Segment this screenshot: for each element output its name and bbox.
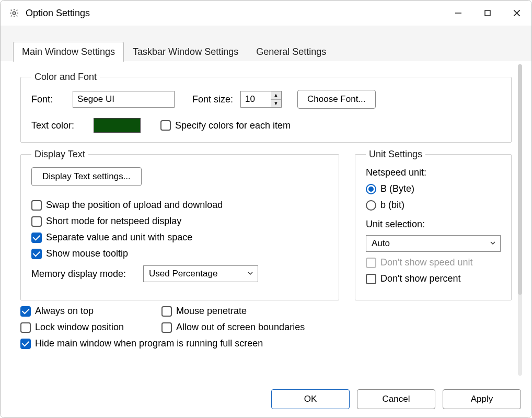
memory-display-mode-select[interactable]: Used Percentage — [143, 265, 258, 282]
display-text-settings-button[interactable]: Display Text settings... — [31, 167, 142, 186]
font-size-spinner[interactable]: ▲ ▼ — [240, 91, 282, 108]
maximize-button[interactable] — [473, 1, 502, 26]
netspeed-unit-label: Netspeed unit: — [366, 167, 426, 178]
allow-out-of-screen-label: Allow out of screen boundaries — [176, 322, 305, 333]
font-size-input[interactable] — [240, 91, 271, 108]
tab-general-settings[interactable]: General Settings — [247, 42, 335, 62]
checkbox-icon — [20, 339, 31, 349]
dont-show-speed-unit-label: Don't show speed unit — [380, 257, 473, 268]
netspeed-unit-byte-radio[interactable]: B (Byte) — [366, 183, 501, 194]
checkbox-icon — [161, 322, 172, 333]
unit-selection-value: Auto — [372, 238, 390, 249]
minimize-button[interactable] — [444, 1, 473, 26]
lock-window-position-label: Lock window position — [35, 322, 124, 333]
netspeed-unit-byte-label: B (Byte) — [380, 183, 414, 194]
memory-display-mode-value: Used Percentage — [149, 269, 217, 279]
tab-panel-main: Color and Font Font: Font size: ▲ ▼ Choo… — [10, 61, 522, 379]
netspeed-unit-bit-label: b (bit) — [380, 200, 404, 211]
chevron-down-icon — [490, 238, 496, 249]
font-size-up-icon[interactable]: ▲ — [271, 91, 281, 100]
apply-button[interactable]: Apply — [443, 389, 521, 409]
gear-icon — [9, 8, 19, 18]
short-mode-label: Short mode for netspeed display — [46, 216, 181, 227]
show-mouse-tooltip-label: Show mouse tooltip — [46, 248, 128, 259]
hide-on-fullscreen-checkbox[interactable]: Hide main window when program is running… — [20, 338, 512, 349]
unit-selection-select[interactable]: Auto — [366, 235, 501, 252]
checkbox-icon — [366, 258, 376, 268]
svg-rect-2 — [485, 10, 490, 16]
group-color-and-font-legend: Color and Font — [31, 72, 100, 83]
text-color-swatch[interactable] — [94, 118, 141, 133]
dont-show-speed-unit-checkbox: Don't show speed unit — [366, 257, 501, 268]
dialog-button-bar: OK Cancel Apply — [1, 384, 531, 417]
font-size-down-icon[interactable]: ▼ — [271, 100, 281, 108]
scrollbar-thumb[interactable] — [518, 64, 522, 295]
font-input[interactable] — [73, 91, 175, 108]
always-on-top-checkbox[interactable]: Always on top — [20, 306, 156, 317]
ok-button[interactable]: OK — [271, 389, 350, 409]
short-mode-checkbox[interactable]: Short mode for netspeed display — [31, 216, 328, 227]
group-color-and-font: Color and Font Font: Font size: ▲ ▼ Choo… — [20, 72, 512, 143]
window-controls — [444, 1, 531, 26]
always-on-top-label: Always on top — [35, 306, 94, 317]
checkbox-icon — [160, 120, 171, 131]
mouse-penetrate-label: Mouse penetrate — [176, 306, 247, 317]
close-button[interactable] — [502, 1, 531, 26]
checkbox-icon — [161, 306, 172, 317]
tab-main-window-settings[interactable]: Main Window Settings — [13, 42, 124, 62]
choose-font-button[interactable]: Choose Font... — [297, 90, 376, 109]
checkbox-icon — [31, 233, 42, 243]
group-display-text-legend: Display Text — [31, 149, 88, 160]
allow-out-of-screen-checkbox[interactable]: Allow out of screen boundaries — [161, 322, 512, 333]
titlebar: Option Settings — [1, 1, 531, 26]
separate-value-unit-checkbox[interactable]: Separate value and unit with space — [31, 232, 328, 243]
group-unit-settings-legend: Unit Settings — [366, 149, 425, 160]
misc-options: Always on top Mouse penetrate Lock windo… — [20, 300, 512, 349]
text-color-label: Text color: — [31, 120, 86, 131]
tab-taskbar-window-settings[interactable]: Taskbar Window Settings — [124, 42, 247, 62]
memory-display-mode-label: Memory display mode: — [31, 269, 136, 280]
swap-upload-download-checkbox[interactable]: Swap the position of upload and download — [31, 200, 328, 211]
group-display-text: Display Text Display Text settings... Sw… — [20, 149, 339, 300]
radio-icon — [366, 184, 376, 194]
option-settings-window: Option Settings Main Window Settings Tas… — [0, 0, 532, 418]
lock-window-position-checkbox[interactable]: Lock window position — [20, 322, 156, 333]
svg-point-0 — [13, 11, 15, 14]
swap-upload-download-label: Swap the position of upload and download — [46, 200, 223, 211]
checkbox-icon — [31, 200, 42, 211]
specify-colors-checkbox[interactable]: Specify colors for each item — [160, 120, 291, 131]
dont-show-percent-label: Don't show percent — [380, 273, 461, 284]
font-label: Font: — [31, 94, 65, 105]
checkbox-icon — [31, 216, 42, 227]
chevron-down-icon — [247, 269, 253, 279]
checkbox-icon — [20, 322, 31, 333]
netspeed-unit-bit-radio[interactable]: b (bit) — [366, 200, 501, 211]
show-mouse-tooltip-checkbox[interactable]: Show mouse tooltip — [31, 248, 328, 259]
specify-colors-label: Specify colors for each item — [175, 120, 291, 131]
mouse-penetrate-checkbox[interactable]: Mouse penetrate — [161, 306, 512, 317]
hide-on-fullscreen-label: Hide main window when program is running… — [35, 338, 263, 349]
font-size-label: Font size: — [192, 94, 233, 105]
scrollbar[interactable] — [518, 64, 522, 376]
dont-show-percent-checkbox[interactable]: Don't show percent — [366, 273, 501, 284]
content-wrap: Main Window Settings Taskbar Window Sett… — [1, 26, 531, 417]
checkbox-icon — [20, 306, 31, 317]
separate-value-unit-label: Separate value and unit with space — [46, 232, 192, 243]
window-title: Option Settings — [26, 8, 90, 19]
unit-selection-label: Unit selection: — [366, 219, 425, 229]
radio-icon — [366, 200, 376, 211]
cancel-button[interactable]: Cancel — [357, 389, 435, 409]
group-unit-settings: Unit Settings Netspeed unit: B (Byte) b … — [355, 149, 512, 300]
checkbox-icon — [366, 274, 376, 284]
tabstrip: Main Window Settings Taskbar Window Sett… — [1, 26, 531, 61]
checkbox-icon — [31, 249, 42, 259]
